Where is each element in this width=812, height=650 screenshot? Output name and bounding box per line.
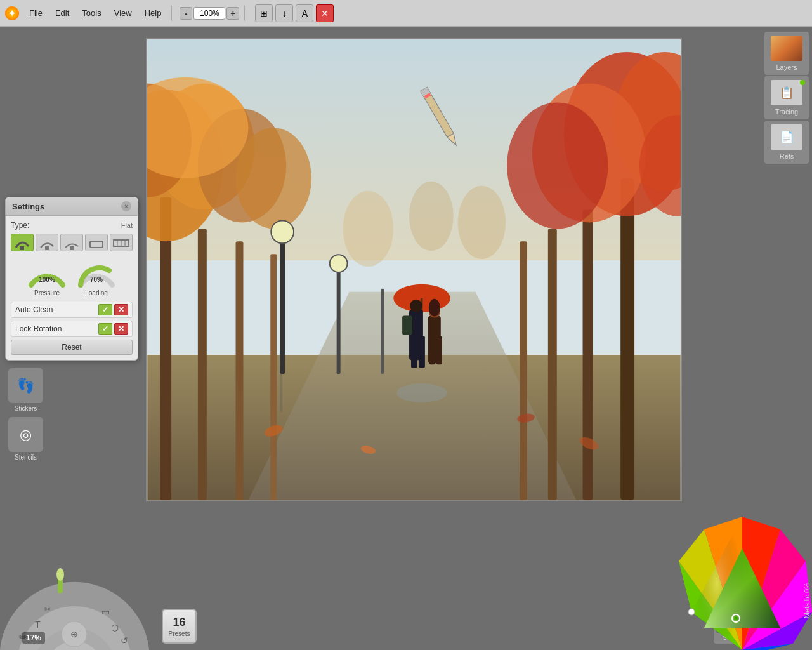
color-wheel-svg[interactable] bbox=[672, 510, 812, 650]
brush-type-selector bbox=[11, 234, 133, 251]
lock-rotation-row: Lock Rotation ✓ ✕ bbox=[11, 321, 133, 337]
svg-text:↺: ↺ bbox=[121, 635, 128, 646]
menu-file[interactable]: File bbox=[24, 6, 48, 20]
refs-preview: 📄 bbox=[771, 124, 802, 150]
svg-rect-7 bbox=[270, 254, 277, 500]
settings-close-button[interactable]: × bbox=[121, 201, 131, 211]
layers-preview bbox=[771, 36, 802, 61]
svg-text:T: T bbox=[35, 620, 41, 630]
svg-point-24 bbox=[409, 182, 454, 251]
metallic-label: Metallic 0% bbox=[803, 583, 811, 618]
svg-rect-26 bbox=[280, 235, 285, 374]
stencils-icon: ◎ bbox=[20, 427, 32, 443]
tracing-active-indicator bbox=[800, 80, 805, 85]
svg-text:⬡: ⬡ bbox=[111, 623, 119, 633]
presets-number: 16 bbox=[173, 616, 185, 629]
pressure-gauge-container: 100% Pressure bbox=[25, 256, 69, 296]
svg-rect-5 bbox=[198, 229, 207, 500]
lock-rotation-x-button[interactable]: ✕ bbox=[114, 323, 128, 335]
painting-svg bbox=[147, 39, 681, 500]
loading-label: Loading bbox=[85, 289, 108, 296]
svg-rect-54 bbox=[45, 246, 49, 250]
brush-type-1[interactable] bbox=[11, 234, 34, 251]
svg-point-25 bbox=[458, 186, 506, 259]
presets-button[interactable]: 16 Presets bbox=[162, 609, 197, 644]
settings-panel: Settings × Type: Flat bbox=[5, 197, 138, 361]
menu-edit[interactable]: Edit bbox=[50, 6, 74, 20]
svg-rect-41 bbox=[402, 316, 412, 335]
svg-rect-40 bbox=[419, 336, 425, 368]
auto-clean-row: Auto Clean ✓ ✕ bbox=[11, 302, 133, 318]
presets-panel: 16 Presets bbox=[162, 609, 197, 644]
svg-text:70%: 70% bbox=[90, 276, 103, 283]
svg-rect-4 bbox=[160, 197, 171, 500]
brush-type-2[interactable] bbox=[36, 234, 58, 251]
pressure-label: Pressure bbox=[34, 289, 60, 296]
zoom-value-display: 100% bbox=[193, 7, 225, 20]
painting-canvas[interactable] bbox=[146, 38, 682, 501]
svg-rect-48 bbox=[280, 374, 282, 412]
divider-2 bbox=[244, 6, 245, 21]
brush-type-4[interactable] bbox=[85, 234, 108, 251]
menu-view[interactable]: View bbox=[109, 6, 137, 20]
zoom-control: - 100% + bbox=[180, 7, 239, 20]
toolbar-close-button[interactable]: ✕ bbox=[316, 4, 334, 22]
toolbar-btn-1[interactable]: ⊞ bbox=[255, 4, 273, 22]
svg-point-44 bbox=[429, 299, 440, 317]
svg-rect-11 bbox=[520, 241, 527, 500]
tracing-button[interactable]: 📋 Tracing bbox=[764, 76, 809, 119]
menubar: ✦ File Edit Tools View Help - 100% + ⊞ ↓… bbox=[0, 0, 812, 27]
stickers-panel: 👣 Stickers ◎ Stencils bbox=[5, 368, 46, 461]
svg-text:▭: ▭ bbox=[102, 607, 110, 617]
refs-button[interactable]: 📄 Refs bbox=[764, 121, 809, 164]
stencils-button[interactable]: ◎ bbox=[8, 417, 43, 452]
stickers-icon: 👣 bbox=[17, 378, 34, 394]
svg-rect-30 bbox=[381, 289, 384, 374]
tracing-label: Tracing bbox=[775, 108, 798, 116]
auto-clean-x-button[interactable]: ✕ bbox=[114, 304, 128, 315]
svg-point-21 bbox=[507, 102, 608, 229]
toolbar-btn-3[interactable]: A bbox=[296, 4, 313, 22]
lock-rotation-check-button[interactable]: ✓ bbox=[98, 323, 112, 335]
pressure-gauge[interactable]: 100% bbox=[25, 256, 69, 288]
menu-tools[interactable]: Tools bbox=[77, 6, 106, 20]
lock-rotation-label: Lock Rotation bbox=[15, 324, 98, 333]
presets-label: Presets bbox=[169, 630, 190, 637]
auto-clean-label: Auto Clean bbox=[15, 305, 98, 314]
layers-label: Layers bbox=[776, 63, 797, 71]
svg-point-47 bbox=[396, 383, 447, 402]
gauges-row: 100% Pressure 70% Loading bbox=[11, 256, 133, 296]
right-sidebar: Layers 📋 Tracing 📄 Refs bbox=[764, 32, 812, 164]
zoom-display: 17% bbox=[22, 632, 45, 644]
brush-type-5[interactable] bbox=[110, 234, 133, 251]
brush-type-3[interactable] bbox=[60, 234, 83, 251]
svg-rect-6 bbox=[236, 241, 244, 500]
zoom-in-button[interactable]: + bbox=[226, 7, 239, 20]
settings-title: Settings bbox=[12, 202, 44, 211]
color-wheel[interactable] bbox=[672, 510, 812, 650]
stencils-label: Stencils bbox=[15, 454, 37, 461]
stickers-button[interactable]: 👣 bbox=[8, 368, 43, 403]
app-logo: ✦ bbox=[5, 6, 19, 20]
zoom-out-button[interactable]: - bbox=[180, 7, 192, 20]
svg-rect-10 bbox=[548, 229, 557, 500]
flat-label: Flat bbox=[121, 222, 133, 229]
settings-body: Type: Flat bbox=[6, 216, 138, 360]
loading-gauge-container: 70% Loading bbox=[74, 256, 119, 296]
svg-text:✂: ✂ bbox=[44, 605, 51, 614]
reset-button[interactable]: Reset bbox=[11, 340, 133, 355]
menu-help[interactable]: Help bbox=[140, 6, 167, 20]
loading-gauge[interactable]: 70% bbox=[74, 256, 119, 288]
tracing-preview: 📋 bbox=[771, 80, 802, 105]
toolbar-btn-2[interactable]: ↓ bbox=[275, 4, 293, 22]
svg-point-27 bbox=[271, 220, 294, 243]
svg-rect-55 bbox=[70, 246, 74, 250]
tool-wheel-svg[interactable]: ✏ T ✂ ▭ ⬡ ↺ ⊕ bbox=[0, 501, 149, 650]
svg-point-38 bbox=[410, 300, 422, 312]
auto-clean-check-button[interactable]: ✓ bbox=[98, 304, 112, 315]
svg-rect-8 bbox=[620, 178, 634, 500]
tool-wheel[interactable]: ✏ T ✂ ▭ ⬡ ↺ ⊕ bbox=[0, 501, 149, 650]
svg-point-17 bbox=[236, 128, 311, 229]
layers-button[interactable]: Layers bbox=[764, 32, 809, 75]
type-row: Type: Flat bbox=[11, 221, 133, 230]
